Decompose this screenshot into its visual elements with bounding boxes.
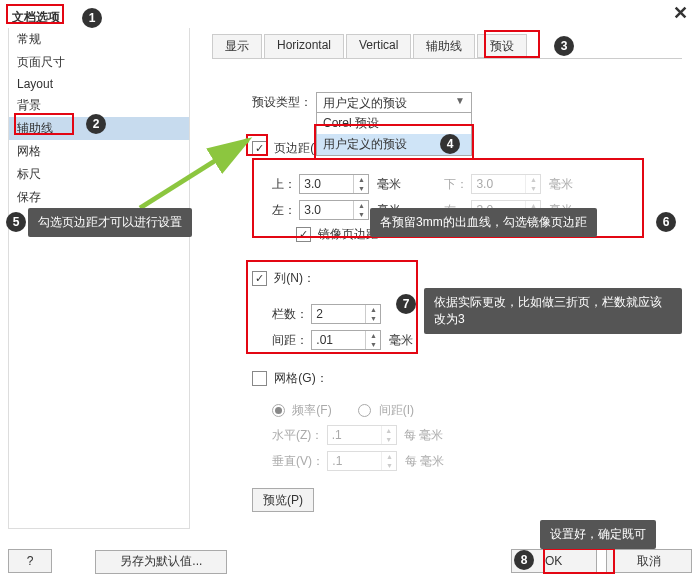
help-button[interactable]: ?: [8, 549, 52, 573]
tip-5: 勾选页边距才可以进行设置: [28, 208, 192, 237]
margins-checkbox[interactable]: [252, 141, 267, 156]
column-count-label: 栏数：: [272, 307, 308, 321]
preset-type-label: 预设类型：: [252, 95, 312, 109]
tip-8: 设置好，确定既可: [540, 520, 656, 549]
column-gap-unit: 毫米: [389, 333, 413, 347]
chevron-down-icon: ▼: [455, 95, 465, 106]
tabs: 显示HorizontalVertical辅助线预设: [212, 34, 682, 59]
columns-group-label: 列(N)：: [274, 271, 315, 285]
tab-1[interactable]: Horizontal: [264, 34, 344, 58]
cancel-button[interactable]: 取消: [606, 549, 692, 573]
badge-8: 8: [514, 550, 534, 570]
badge-4: 4: [440, 134, 460, 154]
column-count-input[interactable]: 2▲▼: [311, 304, 381, 324]
save-default-button[interactable]: 另存为默认值...: [95, 550, 227, 574]
grid-group-label: 网格(G)：: [274, 371, 327, 385]
margin-left-label: 左：: [272, 203, 296, 217]
badge-1: 1: [82, 8, 102, 28]
tab-3[interactable]: 辅助线: [413, 34, 475, 58]
sidebar-item-7[interactable]: 保存: [9, 186, 189, 209]
sidebar-item-2[interactable]: Layout: [9, 74, 189, 94]
preset-option-0[interactable]: Corel 预设: [317, 113, 471, 134]
badge-3: 3: [554, 36, 574, 56]
grid-freq-radio: [272, 404, 285, 417]
margin-top-label: 上：: [272, 177, 296, 191]
margin-bottom-label: 下：: [444, 177, 468, 191]
grid-spacing-label: 间距(I): [379, 403, 414, 417]
tab-0[interactable]: 显示: [212, 34, 262, 58]
sidebar-item-0[interactable]: 常规: [9, 28, 189, 51]
sidebar-item-5[interactable]: 网格: [9, 140, 189, 163]
margin-top-input[interactable]: 3.0▲▼: [299, 174, 369, 194]
column-gap-input[interactable]: .01▲▼: [311, 330, 381, 350]
badge-6: 6: [656, 212, 676, 232]
preview-button[interactable]: 预览(P): [252, 488, 314, 512]
tip-6: 各预留3mm的出血线，勾选镜像页边距: [370, 208, 597, 237]
margin-left-input[interactable]: 3.0▲▼: [299, 200, 369, 220]
margin-bottom-unit: 毫米: [549, 177, 573, 191]
tab-4[interactable]: 预设: [477, 34, 527, 58]
grid-v-input: .1▲▼: [327, 451, 397, 471]
badge-5: 5: [6, 212, 26, 232]
margin-bottom-input: 3.0▲▼: [471, 174, 541, 194]
badge-2: 2: [86, 114, 106, 134]
sidebar-title: 文档选项: [8, 8, 64, 27]
bottom-row: ? 另存为默认值... OK 取消: [8, 549, 692, 573]
sidebar-item-6[interactable]: 标尺: [9, 163, 189, 186]
mirror-margins-checkbox[interactable]: [296, 227, 311, 242]
grid-h-label: 水平(Z)：: [272, 428, 323, 442]
columns-checkbox[interactable]: [252, 271, 267, 286]
tip-7: 依据实际更改，比如做三折页，栏数就应该改为3: [424, 288, 682, 334]
sidebar: 常规页面尺寸Layout背景辅助线网格标尺保存: [8, 28, 190, 529]
grid-v-unit: 每 毫米: [405, 454, 444, 468]
close-icon[interactable]: ✕: [673, 2, 688, 24]
grid-h-input: .1▲▼: [327, 425, 397, 445]
grid-freq-label: 频率(F): [292, 403, 331, 417]
column-gap-label: 间距：: [272, 333, 308, 347]
margin-top-unit: 毫米: [377, 177, 401, 191]
margins-group-label: 页边距(: [274, 141, 314, 155]
tab-2[interactable]: Vertical: [346, 34, 411, 58]
grid-v-label: 垂直(V)：: [272, 454, 324, 468]
preset-type-value: 用户定义的预设: [323, 96, 407, 110]
grid-spacing-radio: [358, 404, 371, 417]
grid-h-unit: 每 毫米: [404, 428, 443, 442]
grid-checkbox[interactable]: [252, 371, 267, 386]
sidebar-item-1[interactable]: 页面尺寸: [9, 51, 189, 74]
badge-7: 7: [396, 294, 416, 314]
